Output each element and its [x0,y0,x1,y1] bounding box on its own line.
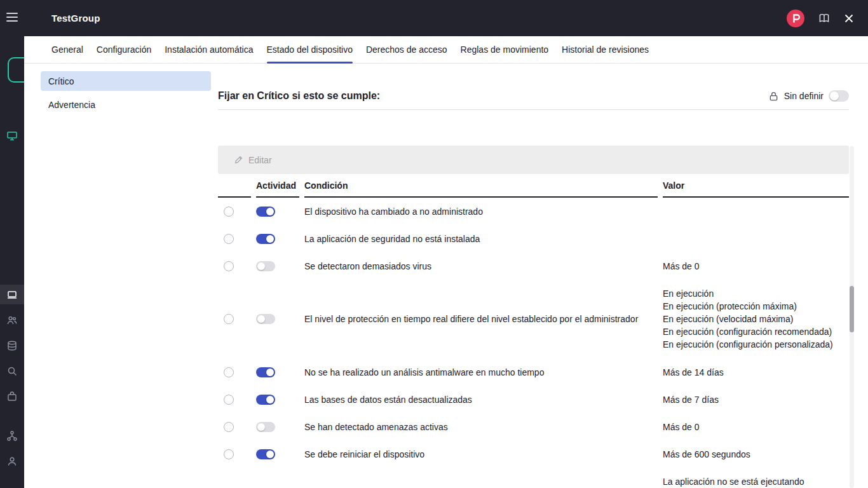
lock-label: Sin definir [784,91,824,101]
row-value: Más de 0 [663,421,849,433]
toggle-knob [266,369,274,376]
nav-users-icon[interactable] [0,310,24,330]
table-row: Se debe reiniciar el dispositivo Más de … [218,440,849,468]
table-row: Se detectaron demasiados virus Más de 0 [218,252,849,280]
tab-bar: General Configuración Instalación automá… [24,36,868,64]
close-icon[interactable] [844,13,854,24]
tab-derechos-de-acceso[interactable]: Derechos de acceso [366,36,447,63]
panel-heading: Fijar en Crítico si esto se cumple: [218,90,380,102]
row-radio[interactable] [224,449,234,459]
nav-marketplace-icon[interactable] [0,386,24,406]
col-select [218,174,251,198]
main-area: TestGroup General Configuración Instalac… [24,0,868,488]
table-row: La aplicación no se está ejecutando [218,468,849,488]
toggle-knob [266,208,274,215]
nav-account-icon[interactable] [0,451,24,471]
sin-definir-toggle[interactable] [829,90,849,102]
tab-instalacion-automatica[interactable]: Instalación automática [165,36,253,63]
row-value: Más de 7 días [663,393,849,406]
row-value: Más de 0 [663,260,849,273]
row-radio[interactable] [224,234,234,244]
col-condicion: Condición [304,174,658,198]
row-toggle[interactable] [256,422,275,432]
row-toggle[interactable] [256,314,275,324]
edit-button[interactable]: Editar [234,155,272,165]
pencil-icon [234,155,243,165]
app-window: TestGroup General Configuración Instalac… [0,0,868,488]
row-radio[interactable] [224,207,234,217]
conditions-panel: Fijar en Crítico si esto se cumple: Sin … [218,64,868,488]
row-radio[interactable] [224,395,234,405]
toggle-knob [257,262,265,270]
table-toolbar: Editar [218,146,849,174]
tab-reglas-de-movimiento[interactable]: Reglas de movimiento [461,36,549,63]
nav-hierarchy-icon[interactable] [0,426,24,445]
lock-icon [768,91,779,102]
row-condition: Se han detectado amenazas activas [304,422,658,432]
tab-configuracion[interactable]: Configuración [97,36,151,63]
row-value: En ejecución En ejecución (protección má… [663,287,849,351]
table-row: La aplicación de seguridad no está insta… [218,225,849,252]
row-radio[interactable] [224,422,234,432]
vertical-scrollbar[interactable] [850,146,854,488]
row-value: Más de 14 días [663,366,849,379]
subnav-item-critico[interactable]: Crítico [41,71,211,91]
table-header: Actividad Condición Valor [218,174,849,198]
row-toggle[interactable] [256,207,275,217]
row-radio[interactable] [224,367,234,377]
table-row: Se han detectado amenazas activas Más de… [218,413,849,440]
nav-monitoring-icon[interactable] [0,126,24,146]
row-toggle[interactable] [256,234,275,244]
row-toggle[interactable] [256,449,275,459]
nav-repositories-icon[interactable] [0,336,24,355]
table-row: El dispositivo ha cambiado a no administ… [218,198,849,225]
title-bar: TestGroup [24,0,868,36]
hamburger-menu-icon[interactable] [6,13,18,24]
row-condition: El nivel de protección en tiempo real di… [304,314,658,324]
table-row: No se ha realizado un análisis antimalwa… [218,358,849,386]
toggle-knob [830,92,839,100]
heading-divider [218,109,849,110]
row-toggle[interactable] [256,367,275,377]
row-condition: Se detectaron demasiados virus [304,261,658,271]
edit-button-label: Editar [248,155,272,165]
toggle-knob [266,235,274,243]
row-toggle[interactable] [256,261,275,271]
tab-historial-de-revisiones[interactable]: Historial de revisiones [562,36,649,63]
status-subnav: Crítico Advertencia [24,64,218,488]
table-row: El nivel de protección en tiempo real di… [218,280,849,358]
col-valor: Valor [663,174,849,198]
toggle-knob [257,423,265,431]
row-value: La aplicación no se está ejecutando [663,468,849,488]
row-value: Más de 600 segundos [663,448,849,461]
window-title: TestGroup [51,13,100,24]
nav-devices-icon[interactable] [0,285,24,304]
toggle-knob [266,451,274,458]
subnav-item-advertencia[interactable]: Advertencia [24,95,211,114]
table-row: Las bases de datos están desactualizadas… [218,386,849,413]
toggle-knob [257,315,265,323]
help-book-icon[interactable] [817,11,831,25]
scrollbar-thumb[interactable] [850,286,854,332]
toggle-knob [266,396,274,403]
row-condition: Las bases de datos están desactualizadas [304,395,658,405]
row-condition: La aplicación de seguridad no está insta… [304,234,658,244]
row-condition: No se ha realizado un análisis antimalwa… [304,367,658,377]
console-logo-icon [8,57,24,83]
tab-estado-del-dispositivo[interactable]: Estado del dispositivo [267,36,353,63]
tab-general[interactable]: General [51,36,83,63]
row-condition: Se debe reiniciar el dispositivo [304,449,658,459]
row-toggle[interactable] [256,395,275,405]
row-radio[interactable] [224,314,234,324]
left-nav-rail [0,0,24,488]
col-actividad: Actividad [256,174,299,198]
nav-search-icon[interactable] [0,361,24,381]
row-condition: El dispositivo ha cambiado a no administ… [304,207,658,217]
row-radio[interactable] [224,261,234,271]
kaspersky-logo [787,10,804,27]
